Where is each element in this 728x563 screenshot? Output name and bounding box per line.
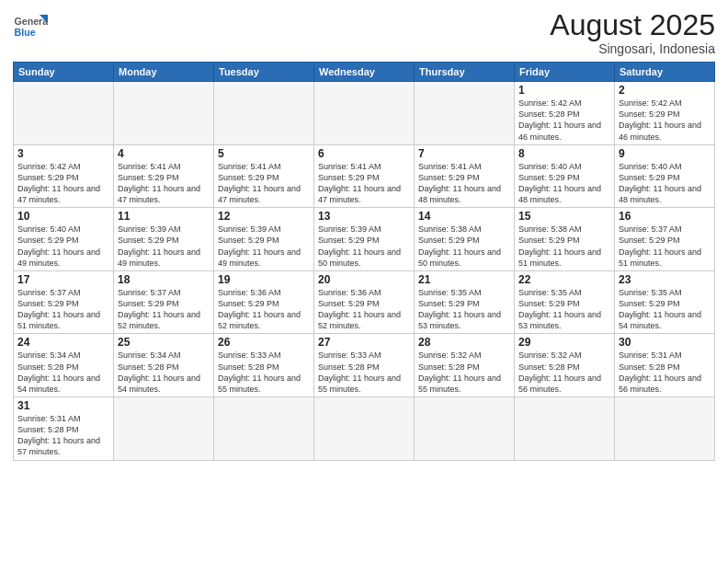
day-info: Sunrise: 5:31 AM Sunset: 5:28 PM Dayligh… — [619, 350, 711, 395]
calendar-week-row: 17Sunrise: 5:37 AM Sunset: 5:29 PM Dayli… — [14, 270, 715, 334]
day-info: Sunrise: 5:39 AM Sunset: 5:29 PM Dayligh… — [218, 224, 310, 269]
month-title: August 2025 — [550, 9, 715, 41]
location-subtitle: Singosari, Indonesia — [550, 41, 715, 56]
weekday-header-saturday: Saturday — [615, 63, 715, 82]
calendar-cell — [214, 82, 314, 145]
day-number: 18 — [118, 273, 210, 286]
calendar-cell: 3Sunrise: 5:42 AM Sunset: 5:29 PM Daylig… — [14, 144, 114, 208]
day-number: 19 — [218, 273, 310, 286]
day-info: Sunrise: 5:40 AM Sunset: 5:29 PM Dayligh… — [619, 161, 711, 206]
day-info: Sunrise: 5:41 AM Sunset: 5:29 PM Dayligh… — [318, 161, 410, 206]
calendar-cell — [415, 82, 515, 145]
day-info: Sunrise: 5:32 AM Sunset: 5:28 PM Dayligh… — [518, 350, 610, 395]
title-area: August 2025 Singosari, Indonesia — [550, 9, 715, 56]
calendar-cell: 10Sunrise: 5:40 AM Sunset: 5:29 PM Dayli… — [14, 208, 114, 271]
weekday-header-tuesday: Tuesday — [214, 63, 314, 82]
calendar-week-row: 24Sunrise: 5:34 AM Sunset: 5:28 PM Dayli… — [14, 334, 715, 397]
day-number: 2 — [619, 84, 711, 97]
calendar-cell: 29Sunrise: 5:32 AM Sunset: 5:28 PM Dayli… — [515, 334, 615, 397]
weekday-header-monday: Monday — [114, 63, 214, 82]
day-info: Sunrise: 5:39 AM Sunset: 5:29 PM Dayligh… — [118, 224, 210, 269]
calendar-cell: 26Sunrise: 5:33 AM Sunset: 5:28 PM Dayli… — [214, 334, 314, 397]
day-info: Sunrise: 5:38 AM Sunset: 5:29 PM Dayligh… — [418, 224, 510, 269]
calendar-cell: 19Sunrise: 5:36 AM Sunset: 5:29 PM Dayli… — [214, 270, 314, 334]
calendar-cell — [615, 397, 715, 461]
day-info: Sunrise: 5:40 AM Sunset: 5:29 PM Dayligh… — [518, 161, 610, 206]
weekday-header-friday: Friday — [515, 63, 615, 82]
calendar-cell: 22Sunrise: 5:35 AM Sunset: 5:29 PM Dayli… — [515, 270, 615, 334]
day-number: 29 — [518, 336, 610, 349]
day-number: 30 — [619, 336, 711, 349]
calendar-cell — [114, 397, 214, 461]
calendar-cell: 7Sunrise: 5:41 AM Sunset: 5:29 PM Daylig… — [415, 144, 515, 208]
day-number: 6 — [318, 147, 410, 160]
calendar-cell: 14Sunrise: 5:38 AM Sunset: 5:29 PM Dayli… — [415, 208, 515, 271]
day-info: Sunrise: 5:42 AM Sunset: 5:29 PM Dayligh… — [619, 98, 711, 143]
day-number: 28 — [418, 336, 510, 349]
calendar-cell — [314, 397, 415, 461]
generalblue-logo-icon: General Blue — [13, 9, 48, 44]
day-info: Sunrise: 5:38 AM Sunset: 5:29 PM Dayligh… — [518, 224, 610, 269]
page: General Blue August 2025 Singosari, Indo… — [0, 0, 728, 563]
calendar-cell: 20Sunrise: 5:36 AM Sunset: 5:29 PM Dayli… — [314, 270, 415, 334]
day-number: 17 — [17, 273, 109, 286]
calendar-cell — [214, 397, 314, 461]
calendar-cell: 18Sunrise: 5:37 AM Sunset: 5:29 PM Dayli… — [114, 270, 214, 334]
day-info: Sunrise: 5:42 AM Sunset: 5:29 PM Dayligh… — [17, 161, 109, 206]
calendar-week-row: 31Sunrise: 5:31 AM Sunset: 5:28 PM Dayli… — [14, 397, 715, 461]
day-number: 16 — [619, 210, 711, 223]
day-info: Sunrise: 5:34 AM Sunset: 5:28 PM Dayligh… — [118, 350, 210, 395]
day-info: Sunrise: 5:36 AM Sunset: 5:29 PM Dayligh… — [318, 287, 410, 332]
day-info: Sunrise: 5:41 AM Sunset: 5:29 PM Dayligh… — [418, 161, 510, 206]
day-info: Sunrise: 5:41 AM Sunset: 5:29 PM Dayligh… — [218, 161, 310, 206]
day-info: Sunrise: 5:36 AM Sunset: 5:29 PM Dayligh… — [218, 287, 310, 332]
calendar-week-row: 1Sunrise: 5:42 AM Sunset: 5:28 PM Daylig… — [14, 82, 715, 145]
day-number: 10 — [17, 210, 109, 223]
day-info: Sunrise: 5:39 AM Sunset: 5:29 PM Dayligh… — [318, 224, 410, 269]
day-number: 4 — [118, 147, 210, 160]
day-number: 25 — [118, 336, 210, 349]
day-info: Sunrise: 5:42 AM Sunset: 5:28 PM Dayligh… — [518, 98, 610, 143]
calendar-cell: 27Sunrise: 5:33 AM Sunset: 5:28 PM Dayli… — [314, 334, 415, 397]
calendar-cell: 12Sunrise: 5:39 AM Sunset: 5:29 PM Dayli… — [214, 208, 314, 271]
day-number: 7 — [418, 147, 510, 160]
day-info: Sunrise: 5:37 AM Sunset: 5:29 PM Dayligh… — [17, 287, 109, 332]
calendar-cell: 9Sunrise: 5:40 AM Sunset: 5:29 PM Daylig… — [615, 144, 715, 208]
day-number: 20 — [318, 273, 410, 286]
calendar-week-row: 3Sunrise: 5:42 AM Sunset: 5:29 PM Daylig… — [14, 144, 715, 208]
calendar-cell: 15Sunrise: 5:38 AM Sunset: 5:29 PM Dayli… — [515, 208, 615, 271]
day-number: 23 — [619, 273, 711, 286]
calendar-cell — [14, 82, 114, 145]
day-number: 1 — [518, 84, 610, 97]
calendar-cell: 31Sunrise: 5:31 AM Sunset: 5:28 PM Dayli… — [14, 397, 114, 461]
calendar-cell: 30Sunrise: 5:31 AM Sunset: 5:28 PM Dayli… — [615, 334, 715, 397]
day-number: 14 — [418, 210, 510, 223]
day-number: 11 — [118, 210, 210, 223]
day-number: 24 — [17, 336, 109, 349]
calendar-cell: 24Sunrise: 5:34 AM Sunset: 5:28 PM Dayli… — [14, 334, 114, 397]
header: General Blue August 2025 Singosari, Indo… — [13, 9, 715, 56]
day-info: Sunrise: 5:33 AM Sunset: 5:28 PM Dayligh… — [318, 350, 410, 395]
weekday-header-row: SundayMondayTuesdayWednesdayThursdayFrid… — [14, 63, 715, 82]
calendar-cell: 4Sunrise: 5:41 AM Sunset: 5:29 PM Daylig… — [114, 144, 214, 208]
day-info: Sunrise: 5:33 AM Sunset: 5:28 PM Dayligh… — [218, 350, 310, 395]
weekday-header-sunday: Sunday — [14, 63, 114, 82]
calendar-cell: 8Sunrise: 5:40 AM Sunset: 5:29 PM Daylig… — [515, 144, 615, 208]
calendar-cell: 6Sunrise: 5:41 AM Sunset: 5:29 PM Daylig… — [314, 144, 415, 208]
calendar-cell: 13Sunrise: 5:39 AM Sunset: 5:29 PM Dayli… — [314, 208, 415, 271]
day-info: Sunrise: 5:34 AM Sunset: 5:28 PM Dayligh… — [17, 350, 109, 395]
day-number: 31 — [17, 399, 109, 412]
calendar-cell: 17Sunrise: 5:37 AM Sunset: 5:29 PM Dayli… — [14, 270, 114, 334]
calendar-table: SundayMondayTuesdayWednesdayThursdayFrid… — [13, 62, 715, 460]
day-number: 21 — [418, 273, 510, 286]
calendar-cell: 11Sunrise: 5:39 AM Sunset: 5:29 PM Dayli… — [114, 208, 214, 271]
calendar-cell: 1Sunrise: 5:42 AM Sunset: 5:28 PM Daylig… — [515, 82, 615, 145]
calendar-cell — [515, 397, 615, 461]
logo-area: General Blue — [13, 9, 51, 44]
day-info: Sunrise: 5:35 AM Sunset: 5:29 PM Dayligh… — [518, 287, 610, 332]
day-info: Sunrise: 5:32 AM Sunset: 5:28 PM Dayligh… — [418, 350, 510, 395]
day-info: Sunrise: 5:41 AM Sunset: 5:29 PM Dayligh… — [118, 161, 210, 206]
day-info: Sunrise: 5:35 AM Sunset: 5:29 PM Dayligh… — [619, 287, 711, 332]
day-number: 26 — [218, 336, 310, 349]
day-info: Sunrise: 5:37 AM Sunset: 5:29 PM Dayligh… — [619, 224, 711, 269]
